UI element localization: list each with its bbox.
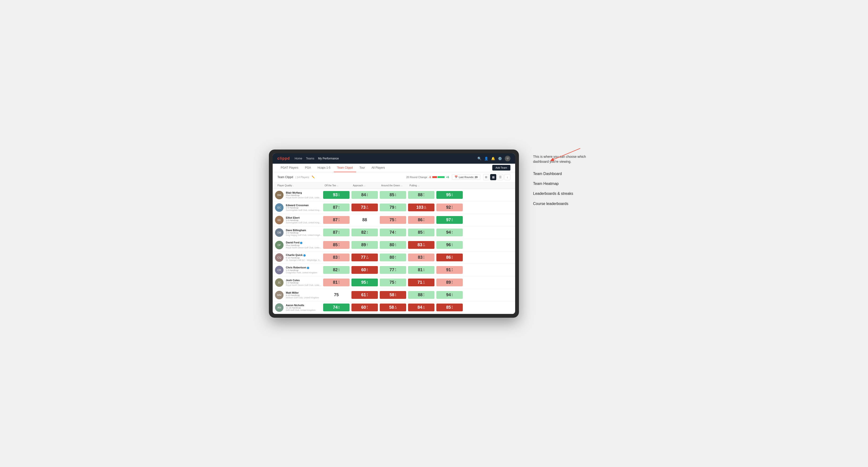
verified-badge [300, 242, 302, 244]
score-cell: 92▼3 [436, 204, 463, 211]
view-export-icon[interactable]: ↓ [504, 174, 510, 180]
score-delta: ▼3 [452, 268, 453, 272]
tab-tour[interactable]: Tour [356, 164, 368, 172]
view-grid-icon[interactable]: ⊞ [483, 174, 489, 180]
nav-link-teams[interactable]: Teams [306, 156, 314, 161]
sub-header-right: 20 Round Change -5 +5 📅 Last Rounds: 20 [406, 174, 510, 180]
score-delta: ▲5 [452, 218, 453, 222]
col-header-putting[interactable]: Putting — [407, 182, 435, 189]
nav-link-myperformance[interactable]: My Performance [318, 156, 339, 161]
score-delta: ▼10 [423, 243, 425, 247]
table-row[interactable]: CQCharlie Quick6-10 HandicapSt. George's… [273, 251, 515, 264]
user-avatar[interactable]: U [505, 156, 510, 161]
view-list-icon[interactable]: ☰ [497, 174, 503, 180]
score-delta: ▼6 [423, 255, 425, 260]
person-icon[interactable]: 👤 [484, 157, 488, 160]
view-icons: ⊞ ▦ ☰ ↓ [483, 174, 510, 180]
avatar: AN [275, 303, 283, 312]
table-row[interactable]: BMBlair McHargPlus HandicapRoyal North D… [273, 189, 515, 201]
score-value: 82 [333, 268, 338, 272]
table-row[interactable]: ECEdward Crossman1-5 HandicapSunningdale… [273, 201, 515, 214]
last-rounds-button[interactable]: 📅 Last Rounds: 20 [452, 174, 480, 180]
score-cell: 85▼3 [408, 228, 434, 236]
table-row[interactable]: DBDave Billingham1-5 HandicapGog Magog G… [273, 226, 515, 239]
outer-wrapper: clippd Home Teams My Performance 🔍 👤 🔔 ⚙… [269, 150, 599, 318]
score-value: 86 [446, 255, 451, 260]
table-row[interactable]: ANAaron Nicholls11-15 HandicapDrift Golf… [273, 302, 515, 314]
score-value: 83 [333, 255, 338, 260]
player-info-cell: CRChris Robertson1-5 HandicapCraigmillar… [275, 264, 322, 276]
table-row[interactable]: MMMatt Miller6-10 HandicapWoburn Golf Cl… [273, 289, 515, 302]
score-cell: 77▼3 [380, 266, 406, 274]
score-delta: ▲4 [338, 193, 340, 197]
score-value: 81 [333, 280, 338, 285]
score-delta: ▼3 [338, 280, 340, 285]
player-info-cell: JCJosh Coles1-5 HandicapRoyal North Devo… [275, 276, 322, 289]
col-header-tee[interactable]: Off the Tee — [322, 182, 350, 189]
score-delta: ▼3 [338, 255, 340, 260]
avatar: DB [275, 228, 283, 237]
search-icon[interactable]: 🔍 [477, 157, 482, 160]
col-header-player[interactable]: Player Quality ↓ [275, 182, 322, 189]
score-value: 74 [333, 305, 338, 310]
table-row[interactable]: JCJosh Coles1-5 HandicapRoyal North Devo… [273, 276, 515, 289]
nav-link-home[interactable]: Home [294, 156, 302, 161]
sort-icon-putting: — [417, 185, 420, 187]
score-cell: 85▼3 [323, 241, 349, 249]
verified-badge [303, 254, 306, 257]
score-delta: ▲1 [338, 206, 340, 210]
player-club: Royal North Devon Golf Club, United King… [286, 284, 322, 286]
score-cell: 77▼14 [351, 253, 378, 261]
add-team-button[interactable]: Add Team [492, 165, 510, 170]
score-delta: ▲2 [367, 268, 368, 272]
player-rows-container: BMBlair McHargPlus HandicapRoyal North D… [273, 189, 515, 314]
tab-hcaps[interactable]: Hcaps 1-5 [314, 164, 334, 172]
player-info-cell: ECEdward Crossman1-5 HandicapSunningdale… [275, 201, 322, 214]
score-cell: 86▼6 [408, 216, 434, 224]
score-delta: ▼3 [338, 243, 340, 247]
col-header-green[interactable]: Around the Green — [379, 182, 407, 189]
score-value: 80 [390, 243, 394, 247]
settings-icon[interactable]: ⚙️ [498, 157, 502, 160]
team-name-label: Team Clippd [277, 176, 293, 179]
tab-all-players[interactable]: All Players [368, 164, 388, 172]
score-value: 85 [446, 305, 451, 310]
tab-pga[interactable]: PGA [302, 164, 314, 172]
score-cell: 93▲4 [323, 191, 349, 199]
bell-icon[interactable]: 🔔 [491, 157, 495, 160]
annotation-item: Team Dashboard [533, 171, 599, 177]
player-name: Charlie Quick [286, 253, 322, 256]
score-cell: 87▼3 [323, 216, 349, 224]
player-club: St. George's Hill GC - Weybridge, Surrey… [286, 259, 322, 261]
tab-pgat-players[interactable]: PGAT Players [277, 164, 302, 172]
table-row[interactable]: DFDavid FordPlus HandicapRoyal North Dev… [273, 239, 515, 251]
score-value: 77 [390, 268, 394, 272]
score-value: 87 [333, 217, 338, 222]
score-delta: ▲4 [423, 268, 425, 272]
score-cell: 82▲3 [323, 266, 349, 274]
score-delta: ▲8 [338, 305, 340, 310]
score-cell: 87▲1 [323, 204, 349, 211]
table-row[interactable]: EEElliot Ebert1-5 HandicapSunningdale Go… [273, 214, 515, 226]
score-delta: ▲4 [395, 293, 397, 297]
player-handicap: 1-5 Handicap [286, 207, 322, 209]
player-info-cell: ANAaron Nicholls11-15 HandicapDrift Golf… [275, 302, 322, 314]
player-handicap: Plus Handicap [286, 194, 322, 196]
col-header-approach[interactable]: Approach — [350, 182, 379, 189]
score-delta: ▲1 [395, 230, 397, 235]
score-delta: ▲8 [367, 280, 368, 285]
table-row[interactable]: CRChris Robertson1-5 HandicapCraigmillar… [273, 264, 515, 276]
score-value: 75 [390, 217, 394, 222]
tab-team-clippd[interactable]: Team Clippd [334, 164, 356, 172]
score-value: 103 [416, 205, 423, 210]
score-cell: 71▼11 [408, 279, 434, 286]
score-delta: ▲4 [367, 230, 368, 235]
edit-icon[interactable]: ✏️ [312, 176, 315, 179]
player-name: Chris Robertson [286, 266, 317, 269]
score-delta: ▼8 [452, 255, 453, 260]
view-heatmap-icon[interactable]: ▦ [490, 174, 496, 180]
score-value: 88 [362, 217, 367, 222]
score-value: 88 [418, 292, 423, 298]
round-change-pos: +5 [446, 176, 449, 179]
score-cell: 84▲21 [408, 304, 434, 311]
